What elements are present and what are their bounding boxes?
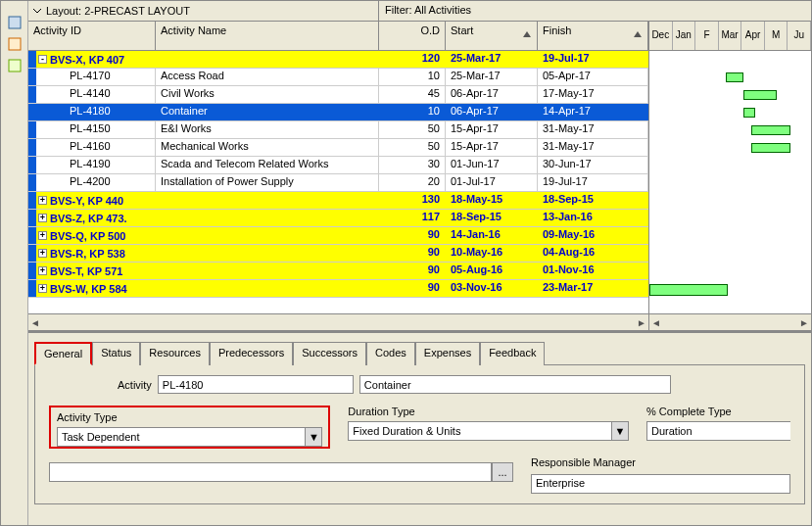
tab-general[interactable]: General <box>34 342 92 365</box>
month-header: Apr <box>741 22 765 50</box>
dropdown-button[interactable]: ▼ <box>611 421 629 441</box>
tab-general: Activity Activity Type ▼ Duration Type <box>34 364 805 504</box>
table-row[interactable]: - BVS-X, KP 40712025-Mar-1719-Jul-17 <box>28 51 648 69</box>
details-tabs: GeneralStatusResourcesPredecessorsSucces… <box>34 341 805 364</box>
gantt-summary-bar[interactable] <box>649 284 728 296</box>
horizontal-scrollbar[interactable]: ◄► <box>28 313 648 330</box>
svg-rect-1 <box>9 38 21 50</box>
month-header: Dec <box>649 22 673 50</box>
tab-status[interactable]: Status <box>92 342 140 365</box>
pct-complete-combo[interactable] <box>646 421 790 441</box>
main-pane: Layout: 2-PRECAST LAYOUT Filter: All Act… <box>28 1 811 525</box>
gantt-body[interactable] <box>649 51 811 313</box>
month-header: Jan <box>673 22 696 50</box>
activity-grid: Activity ID Activity Name O.D Start Fini… <box>28 22 649 330</box>
details-pane: ▲▼ GeneralStatusResourcesPredecessorsSuc… <box>28 331 811 525</box>
svg-rect-2 <box>9 60 21 72</box>
form-row-2: ... Responsible Manager Enterprise <box>49 456 790 494</box>
svg-rect-0 <box>9 17 21 28</box>
expander-icon[interactable]: - <box>38 55 47 64</box>
table-row[interactable]: + BVS-Z, KP 473.11718-Sep-1513-Jan-16 <box>28 210 648 227</box>
tab-codes[interactable]: Codes <box>366 342 415 365</box>
pct-complete-group: % Complete Type <box>646 406 790 449</box>
table-row[interactable]: + BVS-R, KP 5389010-May-1604-Aug-16 <box>28 245 648 263</box>
expander-icon[interactable]: + <box>38 196 47 205</box>
tab-expenses[interactable]: Expenses <box>415 342 480 365</box>
filter-label[interactable]: Filter: All Activities <box>379 1 811 21</box>
duration-type-label: Duration Type <box>348 406 629 417</box>
header-activity-name[interactable]: Activity Name <box>156 22 379 50</box>
month-header: Ju <box>788 22 811 50</box>
tab-predecessors[interactable]: Predecessors <box>210 342 293 365</box>
table-row[interactable]: + BVS-Q, KP 5009014-Jan-1609-May-16 <box>28 227 648 245</box>
table-row[interactable]: PL-4140Civil Works4506-Apr-1717-May-17 <box>28 86 648 104</box>
header-activity-id[interactable]: Activity ID <box>28 22 156 50</box>
tab-feedback[interactable]: Feedback <box>480 342 545 365</box>
form-row: Activity Type ▼ Duration Type ▼ <box>49 406 790 449</box>
tool-icon[interactable] <box>7 15 23 30</box>
activity-label: Activity <box>118 379 152 391</box>
tab-resources[interactable]: Resources <box>140 342 210 365</box>
tab-successors[interactable]: Successors <box>293 342 366 365</box>
layout-selector[interactable]: Layout: 2-PRECAST LAYOUT <box>28 1 379 21</box>
month-header: F <box>695 22 719 50</box>
grid-rows: - BVS-X, KP 40712025-Mar-1719-Jul-17PL-4… <box>28 51 648 313</box>
table-row[interactable]: + BVS-T, KP 5719005-Aug-1601-Nov-16 <box>28 263 648 280</box>
expander-icon[interactable]: + <box>38 284 47 293</box>
wbs-field[interactable] <box>49 462 492 482</box>
activity-name-field[interactable] <box>359 375 671 394</box>
chevron-down-icon <box>32 6 42 16</box>
month-header: M <box>765 22 788 50</box>
gantt-bar[interactable] <box>751 143 790 153</box>
activity-type-group: Activity Type ▼ <box>49 406 330 449</box>
layout-label: Layout: 2-PRECAST LAYOUT <box>46 5 190 17</box>
pct-complete-input[interactable] <box>646 421 790 441</box>
gantt-bar[interactable] <box>743 90 777 100</box>
expander-icon[interactable]: + <box>38 214 47 222</box>
browse-button[interactable]: ... <box>492 462 513 482</box>
gantt-scrollbar[interactable]: ◄► <box>649 313 811 330</box>
expander-icon[interactable]: + <box>38 249 47 258</box>
tool-icon[interactable] <box>7 58 23 73</box>
gantt-timescale: DecJanFMarAprMJu <box>649 22 811 51</box>
table-row[interactable]: PL-4160Mechanical Works5015-Apr-1731-May… <box>28 139 648 157</box>
app-window: Layout: 2-PRECAST LAYOUT Filter: All Act… <box>0 0 812 526</box>
grid-headers: Activity ID Activity Name O.D Start Fini… <box>28 22 648 51</box>
activity-type-input[interactable] <box>57 427 305 447</box>
gantt-bar[interactable] <box>751 125 790 135</box>
activity-type-combo[interactable]: ▼ <box>57 427 322 447</box>
left-toolbar <box>1 1 28 525</box>
table-row[interactable]: + BVS-W, KP 5849003-Nov-1623-Mar-17 <box>28 280 648 298</box>
table-row[interactable]: PL-4170Access Road1025-Mar-1705-Apr-17 <box>28 69 648 86</box>
header-od[interactable]: O.D <box>379 22 446 50</box>
table-row[interactable]: PL-4180Container1006-Apr-1714-Apr-17 <box>28 104 648 121</box>
table-row[interactable]: PL-4150E&I Works5015-Apr-1731-May-17 <box>28 121 648 139</box>
dropdown-button[interactable]: ▼ <box>305 427 322 447</box>
month-header: Mar <box>719 22 742 50</box>
tool-icon[interactable] <box>7 36 23 52</box>
header-finish[interactable]: Finish <box>538 22 648 50</box>
resp-manager-group: Responsible Manager Enterprise <box>531 456 790 494</box>
pct-complete-label: % Complete Type <box>646 406 790 417</box>
table-row[interactable]: PL-4190Scada and Telecom Related Works30… <box>28 157 648 174</box>
layout-bar: Layout: 2-PRECAST LAYOUT Filter: All Act… <box>28 1 811 22</box>
expander-icon[interactable]: + <box>38 231 47 240</box>
wbs-group: ... <box>49 456 513 494</box>
activity-id-field[interactable] <box>158 375 354 394</box>
duration-type-input[interactable] <box>348 421 611 441</box>
grid-area: Activity ID Activity Name O.D Start Fini… <box>28 22 811 331</box>
duration-type-group: Duration Type ▼ <box>348 406 629 449</box>
table-row[interactable]: PL-4200Installation of Power Supply2001-… <box>28 174 648 192</box>
gantt-pane: DecJanFMarAprMJu ◄► <box>649 22 811 330</box>
header-start[interactable]: Start <box>446 22 538 50</box>
activity-row: Activity <box>118 375 790 394</box>
gantt-bar[interactable] <box>726 72 743 82</box>
activity-type-label: Activity Type <box>57 411 322 423</box>
table-row[interactable]: + BVS-Y, KP 44013018-May-1518-Sep-15 <box>28 192 648 210</box>
gantt-bar[interactable] <box>743 108 755 118</box>
expander-icon[interactable]: + <box>38 266 47 275</box>
resp-manager-field[interactable]: Enterprise <box>531 474 790 494</box>
duration-type-combo[interactable]: ▼ <box>348 421 629 441</box>
resp-manager-label: Responsible Manager <box>531 456 790 468</box>
